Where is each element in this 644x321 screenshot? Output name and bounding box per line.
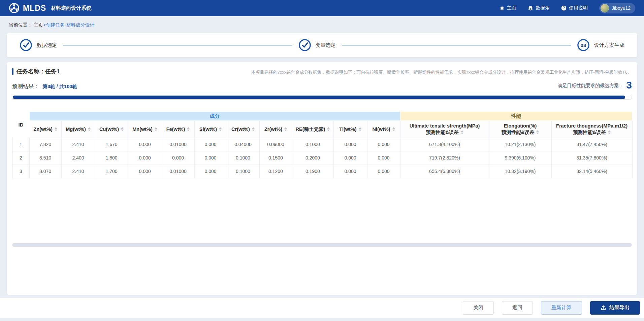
svg-text:?: ?: [563, 6, 565, 10]
sort-icon[interactable]: [284, 127, 287, 131]
progress-fill: [13, 96, 625, 99]
horizontal-scrollbar[interactable]: [12, 243, 632, 247]
step-number-icon: 03: [577, 39, 590, 51]
cell-composition: 2.410: [61, 165, 95, 178]
column-header-composition-3[interactable]: Mn(wt%): [128, 121, 162, 138]
cell-performance: 719.7(2.820%): [400, 151, 489, 165]
column-header-composition-2[interactable]: Cu(wt%): [95, 121, 128, 138]
cell-performance: 655.4(6.380%): [400, 165, 489, 178]
recalculate-button[interactable]: 重新计算: [541, 301, 582, 315]
home-icon: [500, 6, 505, 11]
cell-id: 1: [12, 138, 29, 151]
action-bar: 关闭 返回 重新计算 结果导出: [0, 297, 644, 318]
breadcrumb-home[interactable]: 主页: [34, 22, 43, 28]
nav-item-home[interactable]: 主页: [500, 5, 516, 11]
prediction-label: 预测结果：: [12, 83, 39, 89]
sort-icon[interactable]: [536, 130, 539, 134]
nav-item-data[interactable]: 数据角: [528, 5, 550, 11]
cell-performance: 32.14(5.460%): [551, 165, 632, 178]
user-menu[interactable]: Jiboyu12: [599, 3, 635, 13]
candidates-label: 满足目标性能要求的候选方案：: [557, 83, 623, 90]
column-header-composition-9[interactable]: Ti(wt%): [333, 121, 367, 138]
breadcrumb-prefix: 当前位置：: [9, 22, 32, 28]
column-header-performance-2[interactable]: Fracture thougness(MPa.m1/2)预测性能&误差: [551, 121, 632, 138]
cell-composition: 2.410: [61, 138, 95, 151]
sort-icon[interactable]: [327, 127, 330, 131]
table-row: 17.8202.4101.6700.0000.010000.0000.04000…: [12, 138, 632, 151]
cell-composition: 1.670: [95, 138, 128, 151]
layers-icon: [528, 5, 533, 11]
sort-icon[interactable]: [88, 127, 91, 131]
sort-icon[interactable]: [219, 127, 222, 131]
group-header-composition: 成分: [29, 111, 400, 121]
sort-icon[interactable]: [608, 130, 611, 134]
cell-id: 2: [12, 151, 29, 165]
svg-text:03: 03: [581, 42, 586, 48]
column-header-composition-0[interactable]: Zn(wt%): [29, 121, 61, 138]
cell-composition: 0.000: [367, 165, 400, 178]
cell-composition: 0.000: [128, 165, 162, 178]
export-button[interactable]: 结果导出: [590, 301, 640, 315]
nav-item-help[interactable]: ? 使用说明: [561, 5, 588, 11]
back-button[interactable]: 返回: [502, 301, 533, 315]
candidates-count: 3: [626, 80, 632, 90]
sort-icon[interactable]: [392, 127, 395, 131]
app-name: 材料逆向设计系统: [51, 5, 91, 11]
step-data-selection: 数据选定: [20, 39, 57, 51]
step-label: 设计方案生成: [594, 42, 624, 48]
cell-composition: 8.510: [29, 151, 61, 165]
cell-composition: 0.000: [367, 138, 400, 151]
question-circle-icon: ?: [561, 5, 567, 11]
column-header-composition-5[interactable]: Si(wt%): [194, 121, 227, 138]
sort-icon[interactable]: [461, 130, 463, 134]
group-header-performance: 性能: [400, 111, 632, 121]
column-header-composition-7[interactable]: Zr(wt%): [259, 121, 292, 138]
cell-composition: 0.1500: [259, 151, 292, 165]
cell-composition: 0.1000: [227, 151, 259, 165]
stepper: 数据选定 变量选定 03 设计方案生成: [7, 33, 637, 57]
cell-composition: 0.1000: [227, 165, 259, 178]
column-header-composition-6[interactable]: Cr(wt%): [227, 121, 259, 138]
top-navbar: MLDS 材料逆向设计系统 主页 数据角 ? 使用说明 J: [0, 0, 644, 16]
column-header-composition-1[interactable]: Mg(wt%): [61, 121, 95, 138]
username: Jiboyu12: [612, 5, 631, 11]
cell-performance: 10.21(2.130%): [489, 138, 551, 151]
progress-bar: [12, 95, 632, 100]
column-header-composition-10[interactable]: Ni(wt%): [367, 121, 400, 138]
logo-text: MLDS: [23, 4, 46, 13]
upload-icon: [601, 305, 606, 311]
nav-label-home: 主页: [507, 5, 516, 11]
sort-icon[interactable]: [187, 127, 190, 131]
column-header-composition-4[interactable]: Fe(wt%): [162, 121, 194, 138]
cell-composition: 0.000: [333, 151, 367, 165]
step-label: 变量选定: [316, 42, 336, 48]
cell-composition: 0.000: [333, 138, 367, 151]
breadcrumb-separator: >: [43, 22, 46, 28]
cell-composition: 0.000: [194, 165, 227, 178]
step-connector: [342, 45, 571, 45]
dataset-description: 本项目选择的7xxx铝合金成分数据集，数据说明如下：面向抗拉强度、断后伸长率、断…: [60, 69, 632, 75]
breadcrumb-current[interactable]: 创建任务-材料成分设计: [46, 22, 95, 28]
cell-id: 3: [12, 165, 29, 178]
sort-icon[interactable]: [121, 127, 124, 131]
column-header-composition-8[interactable]: RE(稀土元素): [292, 121, 333, 138]
task-title: 任务名称：任务1: [12, 68, 60, 75]
step-variable-selection: 变量选定: [298, 39, 336, 51]
cell-composition: 7.820: [29, 138, 61, 151]
app-logo-icon: [9, 3, 20, 13]
close-button[interactable]: 关闭: [463, 301, 494, 315]
column-header-performance-1[interactable]: Elongation(%)预测性能&误差: [489, 121, 551, 138]
cell-composition: 0.000: [128, 151, 162, 165]
cell-composition: 1.700: [95, 165, 128, 178]
sort-icon[interactable]: [252, 127, 255, 131]
column-header-performance-0[interactable]: Ultimate tensile strength(MPa)预测性能&误差: [400, 121, 489, 138]
sort-icon[interactable]: [55, 127, 57, 131]
cell-performance: 31.35(7.800%): [551, 151, 632, 165]
results-table: ID成分性能Zn(wt%)Mg(wt%)Cu(wt%)Mn(wt%)Fe(wt%…: [12, 111, 633, 178]
sort-icon[interactable]: [155, 127, 157, 131]
check-circle-icon: [20, 39, 32, 51]
table-group-header-row: ID成分性能: [12, 111, 632, 121]
cell-composition: 2.400: [61, 151, 95, 165]
sort-icon[interactable]: [359, 127, 361, 131]
brand[interactable]: MLDS 材料逆向设计系统: [9, 3, 91, 13]
